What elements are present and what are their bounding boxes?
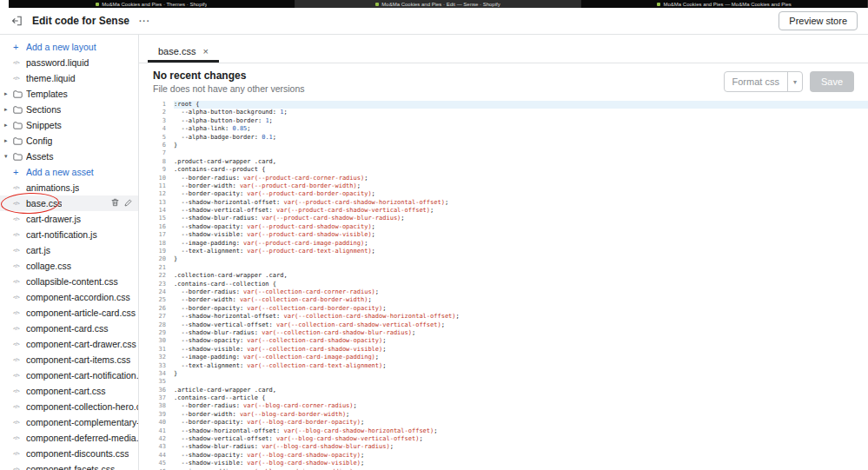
preview-store-button[interactable]: Preview store (779, 11, 858, 30)
code-line[interactable]: 31 --shadow-visible: var(--collection-ca… (139, 346, 868, 354)
code-line[interactable]: 43 --shadow-blur-radius: var(--blog-card… (139, 443, 868, 451)
code-line[interactable]: 19 --text-alignment: var(--product-card-… (139, 248, 868, 255)
code-line[interactable]: 18 --image-padding: var(--product-card-i… (139, 240, 868, 248)
code-line[interactable]: 11 --border-width: var(--product-card-bo… (139, 182, 868, 190)
more-actions-button[interactable]: ··· (139, 17, 150, 26)
code-line[interactable]: 16 --shadow-opacity: var(--product-card-… (139, 223, 868, 231)
sidebar-item-component-discounts-css[interactable]: </>component-discounts.css (0, 446, 138, 461)
sidebar-item-component-cart-css[interactable]: </>component-cart.css (0, 383, 138, 399)
code-line[interactable]: 33 --text-alignment: var(--collection-ca… (139, 362, 868, 370)
sidebar-item-cart-notification-js[interactable]: </>cart-notification.js (0, 227, 138, 242)
code-line[interactable]: 36.article-card-wrapper .card, (139, 387, 868, 394)
sidebar-item-component-accordion-css[interactable]: </>component-accordion.css (0, 289, 138, 305)
sidebar-item-component-facets-css[interactable]: </>component-facets.css (0, 461, 138, 470)
sidebar-item-add-a-new-layout[interactable]: +Add a new layout (0, 39, 138, 55)
code-line[interactable]: 34} (139, 370, 868, 378)
code-line[interactable]: 13 --shadow-horizontal-offset: var(--pro… (139, 199, 868, 207)
code-line[interactable]: 2 --alpha-button-background: 1; (139, 109, 868, 116)
sidebar-item-component-cart-items-css[interactable]: </>component-cart-items.css (0, 352, 138, 367)
sidebar-item-label: component-article-card.css (26, 308, 136, 318)
code-line[interactable]: 41 --shadow-horizontal-offset: var(--blo… (139, 427, 868, 435)
browser-corner-tab[interactable] (0, 0, 9, 8)
code-line[interactable]: 15 --shadow-blur-radius: var(--product-c… (139, 215, 868, 222)
code-line[interactable]: 20} (139, 255, 868, 263)
code-line[interactable]: 25 --border-width: var(--collection-card… (139, 296, 868, 304)
code-line[interactable]: 27 --shadow-horizontal-offset: var(--col… (139, 313, 868, 321)
code-line[interactable]: 12 --border-opacity: var(--product-card-… (139, 190, 868, 198)
chevron-right-icon[interactable]: ▸ (4, 90, 13, 97)
code-line[interactable]: 1:root { (139, 101, 868, 109)
sidebar-item-component-collection-hero-css[interactable]: </>component-collection-hero.css (0, 399, 138, 414)
sidebar-item-component-deferred-media-css[interactable]: </>component-deferred-media.css (0, 430, 138, 446)
code-line[interactable]: 8.product-card-wrapper .card, (139, 158, 868, 166)
browser-tab[interactable]: Mo&Ma Cookies and Pies · Edit — Sense · … (295, 0, 582, 8)
sidebar-item-password-liquid[interactable]: </>password.liquid (0, 55, 138, 70)
code-line[interactable]: 28 --shadow-vertical-offset: var(--colle… (139, 321, 868, 329)
code-line[interactable]: 4 --alpha-link: 0.85; (139, 125, 868, 133)
browser-tab[interactable]: Mo&Ma Cookies and Pies — Mo&Ma Cookies a… (581, 0, 868, 8)
code-line[interactable]: 26 --border-opacity: var(--collection-ca… (139, 305, 868, 313)
code-text: .contains-card--article { (174, 394, 868, 402)
code-line[interactable]: 40 --border-opacity: var(--blog-card-bor… (139, 419, 868, 427)
chevron-down-icon[interactable]: ▾ (4, 153, 13, 160)
code-line[interactable]: 35 (139, 378, 868, 386)
sidebar-item-add-a-new-asset[interactable]: +Add a new asset (0, 164, 138, 180)
code-line[interactable]: 5 --alpha-badge-border: 0.1; (139, 134, 868, 142)
sidebar-item-component-complementary-produc[interactable]: </>component-complementary-produc... (0, 414, 138, 430)
sidebar-item-config[interactable]: ▸Config (0, 133, 138, 149)
rename-file-icon[interactable] (124, 198, 132, 209)
sidebar-item-component-cart-notification-css[interactable]: </>component-cart-notification.css (0, 367, 138, 383)
code-line[interactable]: 7 (139, 149, 868, 157)
sidebar-item-component-cart-drawer-css[interactable]: </>component-cart-drawer.css (0, 336, 138, 352)
code-line[interactable]: 29 --shadow-blur-radius: var(--collectio… (139, 329, 868, 337)
sidebar-item-cart-drawer-js[interactable]: </>cart-drawer.js (0, 211, 138, 227)
sidebar-item-animations-js[interactable]: </>animations.js (0, 180, 138, 195)
code-line[interactable]: 45 --shadow-visible: var(--blog-card-sha… (139, 460, 868, 467)
code-line[interactable]: 32 --image-padding: var(--collection-car… (139, 354, 868, 361)
sidebar-item-theme-liquid[interactable]: </>theme.liquid (0, 70, 138, 86)
code-line[interactable]: 30 --shadow-opacity: var(--collection-ca… (139, 337, 868, 345)
line-number: 7 (139, 149, 174, 157)
code-line[interactable]: 6} (139, 142, 868, 149)
save-button[interactable]: Save (810, 71, 854, 92)
line-number: 27 (139, 313, 174, 321)
format-css-button[interactable]: Format css ▾ (724, 71, 803, 92)
code-line[interactable]: 22.collection-card-wrapper .card, (139, 272, 868, 280)
code-line[interactable]: 3 --alpha-button-border: 1; (139, 117, 868, 125)
code-line[interactable]: 42 --shadow-vertical-offset: var(--blog-… (139, 435, 868, 443)
code-line[interactable]: 44 --shadow-opacity: var(--blog-card-sha… (139, 452, 868, 460)
sidebar-item-component-article-card-css[interactable]: </>component-article-card.css (0, 305, 138, 321)
chevron-right-icon[interactable]: ▸ (4, 137, 13, 144)
sidebar-item-base-css[interactable]: </>base.css (0, 195, 138, 211)
sidebar-item-assets[interactable]: ▾Assets (0, 149, 138, 164)
sidebar-item-templates[interactable]: ▸Templates (0, 86, 138, 102)
chevron-right-icon[interactable]: ▸ (4, 106, 13, 113)
tab-base-css[interactable]: base.css × (148, 43, 219, 63)
chevron-down-icon[interactable]: ▾ (787, 72, 802, 91)
chevron-right-icon[interactable]: ▸ (4, 122, 13, 129)
code-line[interactable]: 17 --shadow-visible: var(--product-card-… (139, 231, 868, 239)
code-text: --shadow-blur-radius: var(--collection-c… (174, 329, 868, 337)
close-tab-icon[interactable]: × (202, 46, 208, 56)
sidebar-item-sections[interactable]: ▸Sections (0, 102, 138, 117)
sidebar-item-collapsible-content-css[interactable]: </>collapsible-content.css (0, 274, 138, 289)
code-text: } (174, 255, 868, 263)
sidebar-item-collage-css[interactable]: </>collage.css (0, 258, 138, 274)
code-line[interactable]: 38 --border-radius: var(--blog-card-corn… (139, 402, 868, 410)
code-line[interactable]: 23.contains-card--collection { (139, 281, 868, 288)
sidebar-item-label: component-cart-drawer.css (26, 339, 136, 349)
sidebar-item-cart-js[interactable]: </>cart.js (0, 242, 138, 258)
sidebar-item-component-card-css[interactable]: </>component-card.css (0, 321, 138, 336)
code-line[interactable]: 37.contains-card--article { (139, 394, 868, 402)
browser-tab[interactable]: Mo&Ma Cookies and Pies · Themes · Shopif… (9, 0, 295, 8)
sidebar-item-snippets[interactable]: ▸Snippets (0, 117, 138, 133)
code-editor[interactable]: 1:root {2 --alpha-button-background: 1;3… (139, 99, 868, 470)
code-line[interactable]: 24 --border-radius: var(--collection-car… (139, 288, 868, 296)
delete-file-icon[interactable] (111, 198, 119, 209)
code-line[interactable]: 21 (139, 264, 868, 272)
code-line[interactable]: 9.contains-card--product { (139, 166, 868, 174)
exit-code-editor-button[interactable] (10, 16, 23, 26)
code-line[interactable]: 10 --border-radius: var(--product-card-c… (139, 175, 868, 182)
code-line[interactable]: 39 --border-width: var(--blog-card-borde… (139, 411, 868, 419)
code-line[interactable]: 14 --shadow-vertical-offset: var(--produ… (139, 207, 868, 215)
